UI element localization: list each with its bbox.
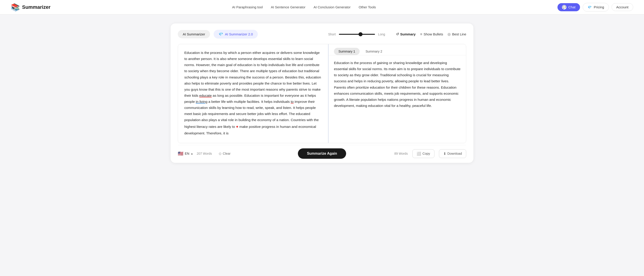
- summary-tabs: Summary 1 Summary 2: [328, 44, 466, 55]
- copy-label: Copy: [422, 152, 430, 155]
- logo-text: Summarizer: [22, 4, 50, 10]
- nav: AI Paraphrasing tool AI Sentence Generat…: [60, 5, 548, 9]
- summary-content: Education is the process of gaining or s…: [328, 55, 466, 143]
- summarize-button[interactable]: Summarize Again: [298, 148, 346, 159]
- account-label: Account: [616, 5, 628, 9]
- view-bestline[interactable]: ◎ Best Line: [448, 32, 466, 36]
- clear-button[interactable]: ◇ Clear: [216, 150, 234, 157]
- download-button[interactable]: ⬇ Download: [439, 149, 466, 158]
- download-label: Download: [448, 152, 462, 155]
- lang-code: EN: [185, 152, 189, 155]
- nav-other-tools[interactable]: Other Tools: [359, 5, 376, 9]
- view-bullets[interactable]: ≡ Show Bullets: [420, 32, 443, 36]
- header-actions: 💬 Chat 💎 Pricing Account: [558, 3, 633, 12]
- view-bullets-label: Show Bullets: [424, 32, 443, 36]
- word-count-input: 207 Words: [197, 152, 212, 155]
- nav-paraphrasing[interactable]: AI Paraphrasing tool: [232, 5, 263, 9]
- length-short-label: Short: [328, 33, 336, 36]
- view-options: ↺ Summary ≡ Show Bullets ◎ Best Line: [396, 32, 466, 36]
- chat-icon: 💬: [562, 5, 566, 10]
- nav-conclusion-gen[interactable]: AI Conclusion Generator: [314, 5, 350, 9]
- lang-selector[interactable]: 🇺🇸 EN ▲: [178, 151, 193, 156]
- tab-ai-summarizer-2-label: AI Summarizer 2.0: [225, 32, 253, 36]
- bestline-icon: ◎: [448, 32, 451, 36]
- length-slider[interactable]: [339, 34, 375, 35]
- bottom-center: Summarize Again: [274, 148, 370, 159]
- view-bestline-label: Best Line: [452, 32, 466, 36]
- nav-sentence-gen[interactable]: AI Sentence Generator: [271, 5, 305, 9]
- clear-icon: ◇: [219, 152, 222, 155]
- logo[interactable]: 📚 Summarizer: [11, 3, 50, 12]
- tool-card: AI Summarizer 💎 AI Summarizer 2.0 Short …: [170, 24, 474, 163]
- red-dot: ●: [236, 124, 238, 129]
- input-panel[interactable]: Education is the process by which a pers…: [178, 44, 328, 143]
- slider-thumb: [358, 32, 362, 36]
- flag-icon: 🇺🇸: [178, 151, 184, 156]
- view-summary[interactable]: ↺ Summary: [396, 32, 416, 36]
- header: 📚 Summarizer AI Paraphrasing tool AI Sen…: [0, 0, 644, 15]
- summarizer2-gem-icon: 💎: [218, 32, 223, 36]
- pricing-button[interactable]: 💎 Pricing: [583, 3, 609, 12]
- editor-area: Education is the process by which a pers…: [178, 44, 466, 143]
- chat-button[interactable]: 💬 Chat: [558, 3, 580, 11]
- clear-label: Clear: [223, 152, 231, 155]
- tab-ai-summarizer[interactable]: AI Summarizer: [178, 30, 210, 38]
- length-long-label: Long: [378, 33, 385, 36]
- copy-icon: ⬜: [417, 152, 421, 156]
- bottom-left: 🇺🇸 EN ▲ 207 Words ◇ Clear: [178, 150, 274, 157]
- gem-icon: 💎: [588, 5, 592, 10]
- summary-tab-1[interactable]: Summary 1: [334, 48, 360, 55]
- output-panel: Summary 1 Summary 2 Education is the pro…: [328, 44, 466, 143]
- bottom-right: 89 Words ⬜ Copy ⬇ Download: [370, 149, 466, 158]
- tab-ai-summarizer-label: AI Summarizer: [183, 32, 205, 36]
- input-text: Education is the process by which a pers…: [184, 50, 322, 136]
- bottom-bar: 🇺🇸 EN ▲ 207 Words ◇ Clear Summarize Agai…: [178, 145, 466, 163]
- bullets-icon: ≡: [420, 32, 422, 36]
- caret-up-icon: ▲: [191, 152, 193, 155]
- summary-tab-2[interactable]: Summary 2: [361, 48, 387, 55]
- account-button[interactable]: Account: [612, 3, 633, 11]
- word-count-output: 89 Words: [394, 152, 408, 155]
- copy-button[interactable]: ⬜ Copy: [412, 149, 434, 158]
- length-control: Short Long: [328, 33, 385, 36]
- download-icon: ⬇: [443, 152, 446, 156]
- highlighted-word-to: to: [291, 100, 294, 104]
- tab-ai-summarizer-2[interactable]: 💎 AI Summarizer 2.0: [214, 30, 258, 39]
- highlighted-word-educate: educate: [199, 94, 212, 97]
- summarize-label: Summarize Again: [307, 152, 337, 155]
- toolbar: AI Summarizer 💎 AI Summarizer 2.0 Short …: [178, 30, 466, 39]
- summary-icon: ↺: [396, 32, 399, 36]
- highlighted-phrase-living: in living: [196, 100, 208, 104]
- pricing-label: Pricing: [594, 5, 604, 9]
- view-summary-label: Summary: [400, 32, 416, 36]
- logo-icon: 📚: [11, 3, 20, 12]
- chat-label: Chat: [568, 5, 576, 9]
- main: AI Summarizer 💎 AI Summarizer 2.0 Short …: [160, 15, 484, 172]
